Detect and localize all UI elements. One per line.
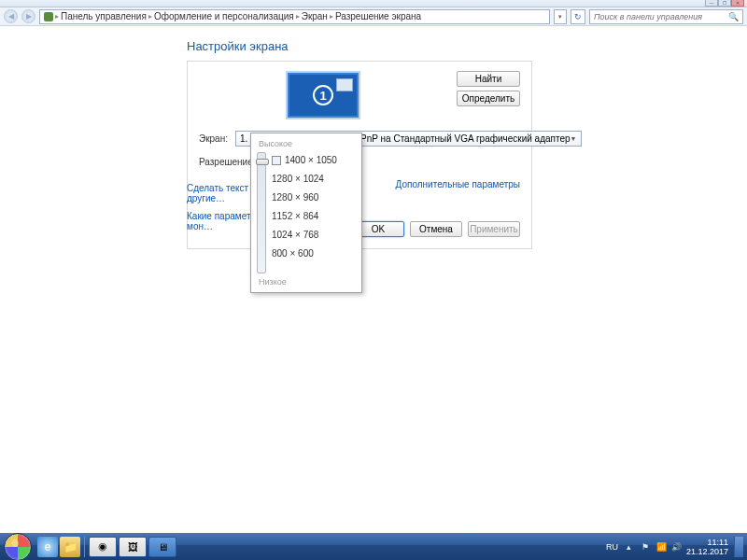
clock-time: 11:11 <box>686 538 728 547</box>
resolution-option[interactable]: 747 × 560 <box>272 248 337 259</box>
find-button[interactable]: Найти <box>457 71 520 87</box>
resolution-slider[interactable] <box>257 152 266 273</box>
chevron-right-icon: ▸ <box>330 12 333 21</box>
nav-forward-button[interactable]: ▶ <box>21 9 35 23</box>
breadcrumb-item[interactable]: Оформление и персонализация <box>154 11 294 21</box>
resolution-option[interactable]: 1400 × 1050 <box>272 155 337 165</box>
address-history-dropdown[interactable]: ▾ <box>554 9 567 24</box>
taskbar-pinned-explorer[interactable]: 📁 <box>60 537 80 557</box>
window-titlebar: — ☐ ✕ <box>0 0 747 7</box>
search-input[interactable] <box>594 12 728 21</box>
system-tray: RU ▴ ⚑ 📶 🔊 11:11 21.12.2017 <box>603 537 743 557</box>
search-icon: 🔍 <box>728 12 739 21</box>
breadcrumb-item[interactable]: Панель управления <box>61 11 147 21</box>
control-panel-icon <box>44 12 53 21</box>
breadcrumb-item[interactable]: Разрешение экрана <box>335 11 421 21</box>
network-icon[interactable]: 📶 <box>656 542 666 552</box>
apply-button[interactable]: Применить <box>468 221 520 237</box>
maximize-button[interactable]: ☐ <box>718 0 731 7</box>
page-title: Настройки экрана <box>187 39 747 53</box>
refresh-button[interactable]: ↻ <box>571 9 585 24</box>
minimize-button[interactable]: — <box>705 0 718 7</box>
nav-back-button[interactable]: ◀ <box>4 9 18 23</box>
resolution-slider-thumb[interactable] <box>256 159 269 165</box>
resolution-high-label: Высокое <box>259 139 354 148</box>
volume-icon[interactable]: 🔊 <box>671 542 681 552</box>
search-box[interactable]: 🔍 <box>589 9 743 24</box>
resolution-option[interactable]: 1152 × 864 <box>272 211 337 221</box>
flag-icon[interactable]: ⚑ <box>641 542 651 552</box>
resolution-option-list: 1400 × 1050 1280 × 1024 1280 × 960 1152 … <box>272 152 337 273</box>
tray-chevron-icon[interactable]: ▴ <box>627 542 636 552</box>
chevron-right-icon: ▸ <box>148 12 152 21</box>
address-bar: ◀ ▶ ▸ Панель управления ▸ Оформление и п… <box>0 7 747 26</box>
advanced-settings-link[interactable]: Дополнительные параметры <box>396 179 520 189</box>
resolution-option[interactable]: 1280 × 1024 <box>272 174 337 184</box>
taskbar-separator <box>84 537 85 557</box>
show-desktop-button[interactable] <box>734 537 743 557</box>
clock-date: 21.12.2017 <box>686 547 728 556</box>
resolution-option[interactable]: 1280 × 960 <box>272 192 337 203</box>
breadcrumb-item[interactable]: Экран <box>302 11 328 21</box>
resolution-low-label: Низкое <box>259 277 354 287</box>
chevron-right-icon: ▸ <box>296 12 300 21</box>
taskbar-app-display[interactable]: 🖥 <box>148 537 176 557</box>
taskbar-app-paint[interactable]: 🖼 <box>119 537 147 557</box>
chevron-down-icon: ▼ <box>571 135 577 142</box>
breadcrumb[interactable]: ▸ Панель управления ▸ Оформление и персо… <box>39 9 550 24</box>
cancel-button[interactable]: Отмена <box>410 221 462 237</box>
taskbar-pinned-ie[interactable]: e <box>37 537 58 557</box>
taskbar-app-chrome[interactable]: ◉ <box>89 537 117 557</box>
monitor-number: 1 <box>313 85 333 105</box>
screen-label: Экран: <box>199 133 228 144</box>
chevron-right-icon: ▸ <box>55 12 59 21</box>
detect-button[interactable]: Определить <box>457 91 520 106</box>
close-button[interactable]: ✕ <box>731 0 744 7</box>
taskbar: e 📁 ◉ 🖼 🖥 RU ▴ ⚑ 📶 🔊 11:11 21.12.2017 <box>0 533 747 560</box>
resolution-option[interactable]: 1024 × 768 <box>272 230 337 240</box>
resolution-dropdown-popup: Высокое 1400 × 1050 1280 × 1024 1280 × 9… <box>250 133 362 293</box>
start-button[interactable] <box>4 533 32 561</box>
monitor-preview[interactable]: 1 <box>288 73 359 118</box>
language-indicator[interactable]: RU <box>603 542 621 552</box>
clock[interactable]: 11:11 21.12.2017 <box>686 538 728 556</box>
